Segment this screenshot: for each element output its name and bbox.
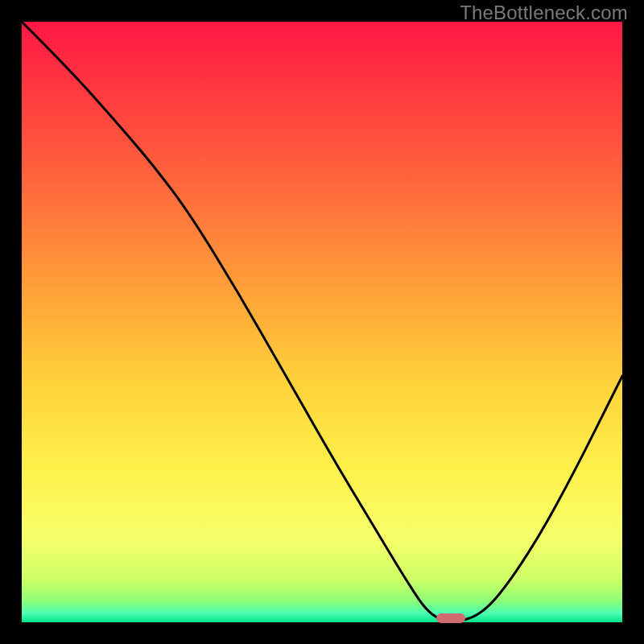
optimal-marker — [436, 613, 465, 623]
plot-area — [22, 22, 622, 622]
gradient-background — [22, 22, 622, 622]
chart-frame: TheBottleneck.com — [0, 0, 644, 644]
chart-svg — [22, 22, 622, 622]
watermark-text: TheBottleneck.com — [460, 2, 628, 24]
